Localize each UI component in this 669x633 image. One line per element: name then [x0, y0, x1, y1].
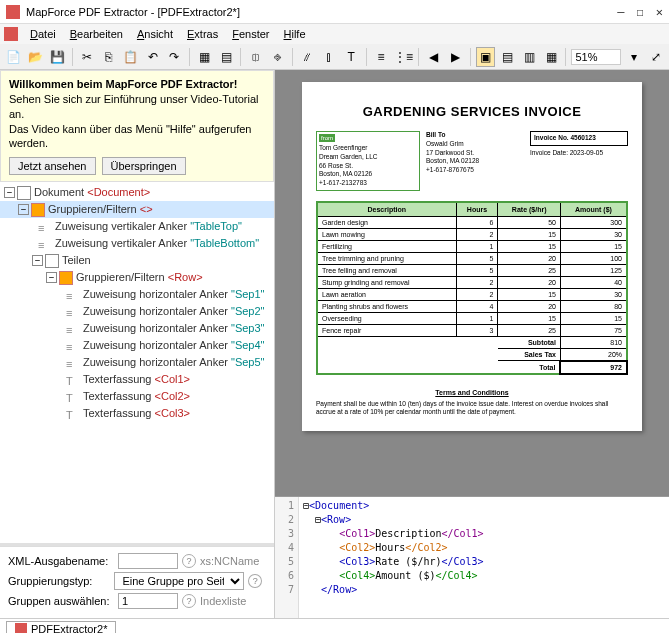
split-v-icon[interactable]: ⫿	[320, 47, 339, 67]
maximize-button[interactable]: ☐	[637, 5, 644, 19]
prop-label: Gruppierungstyp:	[8, 575, 114, 587]
invoice-number: Invoice No. 4560123	[534, 134, 596, 141]
minimize-button[interactable]: —	[617, 5, 624, 19]
properties-panel: XML-Ausgabename: ? xs:NCName Gruppierung…	[0, 546, 274, 618]
tool-icon[interactable]: ▦	[195, 47, 214, 67]
menu-hilfe[interactable]: Hilfe	[278, 26, 312, 42]
tool2-icon[interactable]: ▤	[217, 47, 236, 67]
billto-label: Bill To	[426, 131, 445, 138]
hint-line2: Das Video kann über das Menü "Hilfe" auf…	[9, 123, 251, 150]
close-button[interactable]: ✕	[656, 5, 663, 19]
grouping-type-select[interactable]: Eine Gruppe pro Seite	[114, 572, 244, 590]
invoice-title: GARDENING SERVICES INVOICE	[316, 104, 628, 119]
hint-line1: Sehen Sie sich zur Einführung unser Vide…	[9, 93, 258, 120]
structure-tree[interactable]: −Dokument <Document> −Gruppieren/Filtern…	[0, 182, 274, 543]
hint-title: Willkommen beim MapForce PDF Extractor!	[9, 78, 238, 90]
file-tab[interactable]: PDFExtractor2*	[6, 621, 116, 633]
text-capture-icon: T	[66, 407, 80, 421]
menubar: Datei Bearbeiten Ansicht Extras Fenster …	[0, 24, 669, 44]
pdf-page: GARDENING SERVICES INVOICE from Tom Gree…	[302, 82, 642, 431]
collapse-icon[interactable]: −	[18, 204, 29, 215]
file-tabs: PDFExtractor2*	[0, 618, 669, 633]
text-icon[interactable]: T	[342, 47, 361, 67]
welcome-hint: Willkommen beim MapForce PDF Extractor! …	[0, 70, 274, 182]
anchor-icon: ≡	[38, 220, 52, 234]
code-panel: 1234567 ⊟<Document> ⊟<Row> <Col1>Descrip…	[275, 496, 669, 618]
fit-icon[interactable]: ⤢	[646, 47, 665, 67]
anchor-icon: ≡	[66, 322, 80, 336]
undo-icon[interactable]: ↶	[143, 47, 162, 67]
group-icon	[59, 271, 73, 285]
paste-icon[interactable]: 📋	[121, 47, 140, 67]
menu-fenster[interactable]: Fenster	[226, 26, 275, 42]
file-icon	[15, 623, 27, 633]
from-label: from	[319, 134, 335, 142]
copy-icon[interactable]: ⎘	[99, 47, 118, 67]
view2-icon[interactable]: ▤	[498, 47, 517, 67]
back-icon[interactable]: ◀	[424, 47, 443, 67]
collapse-icon[interactable]: −	[46, 272, 57, 283]
collapse-icon[interactable]: −	[4, 187, 15, 198]
menu-ansicht[interactable]: Ansicht	[131, 26, 179, 42]
xml-name-input[interactable]	[118, 553, 178, 569]
open-icon[interactable]: 📂	[26, 47, 45, 67]
split-icon	[45, 254, 59, 268]
view3-icon[interactable]: ▥	[520, 47, 539, 67]
help-icon[interactable]: ?	[248, 574, 262, 588]
skip-button[interactable]: Überspringen	[102, 157, 186, 175]
group-icon	[31, 203, 45, 217]
tool4-icon[interactable]: ⎆	[268, 47, 287, 67]
anchor-icon: ≡	[66, 339, 80, 353]
new-icon[interactable]: 📄	[4, 47, 23, 67]
split-h-icon[interactable]: ⫽	[298, 47, 317, 67]
prop-hint: Indexliste	[200, 595, 246, 607]
document-icon	[17, 186, 31, 200]
view4-icon[interactable]: ▦	[542, 47, 561, 67]
terms-body: Payment shall be due within 10 (ten) day…	[316, 400, 628, 417]
view1-icon[interactable]: ▣	[476, 47, 495, 67]
invoice-date: Invoice Date: 2023-09-05	[530, 149, 628, 158]
list-icon[interactable]: ⋮≡	[393, 47, 413, 67]
help-icon[interactable]: ?	[182, 554, 196, 568]
line-gutter: 1234567	[275, 497, 299, 618]
cut-icon[interactable]: ✂	[78, 47, 97, 67]
watch-now-button[interactable]: Jetzt ansehen	[9, 157, 96, 175]
menu-bearbeiten[interactable]: Bearbeiten	[64, 26, 129, 42]
toolbar: 📄 📂 💾 ✂ ⎘ 📋 ↶ ↷ ▦ ▤ ⎅ ⎆ ⫽ ⫿ T ≡ ⋮≡ ◀ ▶ ▣…	[0, 44, 669, 70]
zoom-dropdown-icon[interactable]: ▾	[624, 47, 643, 67]
redo-icon[interactable]: ↷	[165, 47, 184, 67]
collapse-icon[interactable]: −	[32, 255, 43, 266]
align-icon[interactable]: ≡	[372, 47, 391, 67]
forward-icon[interactable]: ▶	[446, 47, 465, 67]
anchor-icon: ≡	[66, 305, 80, 319]
menu-extras[interactable]: Extras	[181, 26, 224, 42]
titlebar: MapForce PDF Extractor - [PDFExtractor2*…	[0, 0, 669, 24]
invoice-table: DescriptionHoursRate ($/hr)Amount ($) Ga…	[316, 201, 628, 375]
prop-hint: xs:NCName	[200, 555, 259, 567]
menu-datei[interactable]: Datei	[24, 26, 62, 42]
anchor-icon: ≡	[66, 288, 80, 302]
text-capture-icon: T	[66, 373, 80, 387]
pdf-preview[interactable]: GARDENING SERVICES INVOICE from Tom Gree…	[275, 70, 669, 496]
help-icon[interactable]: ?	[182, 594, 196, 608]
anchor-icon: ≡	[66, 356, 80, 370]
text-capture-icon: T	[66, 390, 80, 404]
window-title: MapForce PDF Extractor - [PDFExtractor2*…	[26, 6, 617, 18]
tool3-icon[interactable]: ⎅	[246, 47, 265, 67]
terms-title: Terms and Conditions	[316, 389, 628, 396]
app-icon	[6, 5, 20, 19]
app-menu-icon[interactable]	[4, 27, 18, 41]
prop-label: Gruppen auswählen:	[8, 595, 118, 607]
zoom-input[interactable]	[571, 49, 621, 65]
prop-label: XML-Ausgabename:	[8, 555, 118, 567]
code-editor[interactable]: ⊟<Document> ⊟<Row> <Col1>Description</Co…	[299, 497, 669, 618]
save-icon[interactable]: 💾	[48, 47, 67, 67]
group-select-input[interactable]	[118, 593, 178, 609]
anchor-icon: ≡	[38, 237, 52, 251]
